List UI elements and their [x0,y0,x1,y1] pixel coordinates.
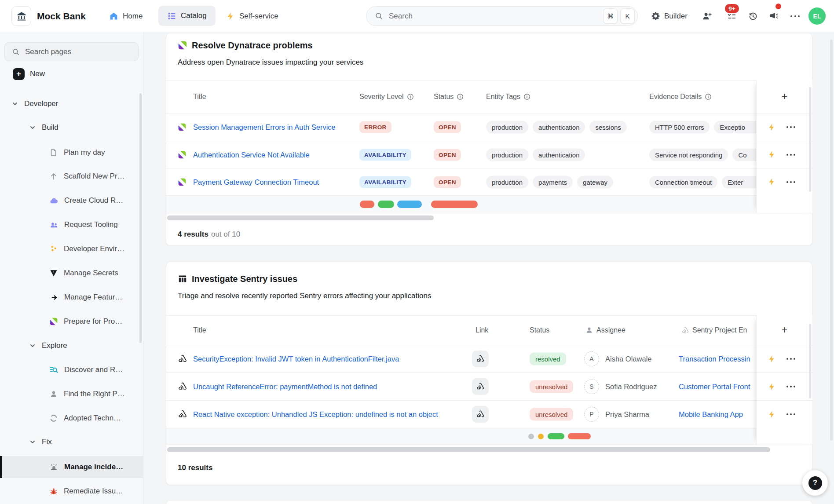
global-search-input[interactable] [389,12,603,21]
table-horizontal-scrollbar[interactable] [167,215,434,220]
column-header-title[interactable]: Title [193,315,206,345]
question-mark-icon: ? [808,476,822,490]
column-header-severity[interactable]: Severity Level [359,80,414,113]
sidebar-item-developer-env[interactable]: Developer Envir… [49,240,124,258]
sidebar-new-button[interactable]: + New [13,65,45,83]
table-vertical-scrollbar[interactable] [809,324,811,398]
invite-user-button[interactable] [702,0,712,32]
issue-title-link[interactable]: Uncaught ReferenceError: paymentMethod i… [193,383,377,391]
external-link-button[interactable] [472,406,489,423]
assignee-avatar: S [584,379,599,394]
widget-subtitle: Triage and resolve recently reported Sen… [178,292,431,300]
table-row[interactable]: Session Management Errors in Auth Servic… [166,113,756,141]
row-menu-button[interactable] [786,126,795,128]
sidebar-section-explore[interactable]: Explore [29,337,67,354]
run-action-bolt-icon[interactable] [768,123,776,131]
run-action-bolt-icon[interactable] [768,178,776,186]
info-icon[interactable] [523,93,530,100]
history-button[interactable] [748,0,758,32]
sidebar-item-scaffold[interactable]: Scaffold New Pr… [49,168,125,185]
page-scrollbar[interactable] [830,40,833,441]
row-menu-button[interactable] [786,181,795,183]
sidebar-item-create-cloud[interactable]: Create Cloud R… [49,192,123,209]
dynatrace-icon [49,317,58,326]
sidebar-item-find-right[interactable]: Find the Right P… [49,385,125,403]
project-link[interactable]: Transaction Processin [679,355,750,363]
external-link-button[interactable] [472,351,489,367]
table-horizontal-scrollbar[interactable] [167,447,770,452]
chevron-down-icon [29,438,36,446]
row-menu-button[interactable] [786,386,795,387]
problem-title-link[interactable]: Authentication Service Not Available [193,150,310,159]
table-row[interactable]: React Native exception: Unhandled JS Exc… [166,400,756,428]
sidebar-section-fix[interactable]: Fix [29,433,52,451]
sidebar-item-manage-secrets[interactable]: Manage Secrets [49,264,118,282]
run-action-bolt-icon[interactable] [768,150,776,159]
table-row[interactable]: SecurityException: Invalid JWT token in … [166,345,756,373]
bank-logo-button[interactable] [11,6,31,26]
nav-self-service[interactable]: Self-service [226,0,278,32]
column-header-evidence[interactable]: Evidence Details [649,80,712,113]
sidebar-section-build[interactable]: Build [29,119,59,136]
column-header-sentry-project[interactable]: Sentry Project En [681,315,756,345]
column-header-status[interactable]: Status [434,80,464,113]
column-header-title[interactable]: Title [193,80,206,113]
sidebar-section-developer[interactable]: Developer [11,95,59,113]
info-icon[interactable] [705,93,712,100]
row-actions [757,345,812,373]
sidebar-item-discover[interactable]: Discover and R… [49,361,123,379]
column-header-link[interactable]: Link [476,315,488,345]
run-action-bolt-icon[interactable] [768,355,776,363]
sidebar-item-prepare-production[interactable]: Prepare for Pro… [49,313,122,330]
row-actions [757,400,812,428]
global-search[interactable]: ⌘ K [366,6,638,26]
problem-title-link[interactable]: Payment Gateway Connection Timeout [193,178,319,186]
sidebar-scrollbar[interactable] [139,93,142,343]
problem-title-link[interactable]: Session Management Errors in Auth Servic… [193,123,336,131]
sentry-icon [178,382,187,391]
user-avatar[interactable]: EL [808,7,826,25]
builder-button[interactable]: Builder [651,0,688,32]
column-header-entity-tags[interactable]: Entity Tags [486,80,530,113]
sidebar-search-input[interactable] [25,47,138,56]
divider [166,213,812,213]
column-header-status[interactable]: Status [530,315,549,345]
table-row[interactable]: Uncaught ReferenceError: paymentMethod i… [166,373,756,400]
main-content: Resolve Dynatrace problems Address open … [143,32,834,504]
entity-tags: production authentication [486,148,585,161]
run-action-bolt-icon[interactable] [768,410,776,419]
table-vertical-scrollbar[interactable] [809,87,811,192]
issue-title-link[interactable]: React Native exception: Unhandled JS Exc… [193,410,438,419]
row-menu-button[interactable] [786,154,795,156]
row-menu-button[interactable] [786,413,795,415]
cycle-icon [49,414,58,423]
external-link-button[interactable] [472,378,489,395]
nav-catalog[interactable]: Catalog [158,6,216,26]
column-header-assignee[interactable]: Assignee [585,315,626,345]
announcement-dot [775,4,781,9]
add-column-button[interactable]: + [757,80,812,113]
sidebar-item-request-tooling[interactable]: Request Tooling [49,216,118,234]
run-action-bolt-icon[interactable] [768,383,776,391]
row-menu-button[interactable] [786,358,795,360]
table-row[interactable]: Payment Gateway Connection Timeout AVAIL… [166,168,756,195]
project-link[interactable]: Customer Portal Front [679,383,750,391]
history-icon [748,11,758,21]
help-button[interactable]: ? [802,470,828,496]
nav-home[interactable]: Home [109,0,143,32]
status-badge: unresolved [530,408,573,421]
widget-subtitle: Address open Dynatrace issues impacting … [178,58,363,67]
sidebar-item-manage-incidents[interactable]: Manage incide… [49,458,123,476]
sidebar-item-manage-features[interactable]: Manage Featur… [49,289,122,306]
info-icon[interactable] [457,93,464,100]
more-menu-button[interactable] [790,0,800,32]
sidebar-item-adopted-tech[interactable]: Adopted Techn… [49,409,121,427]
sidebar-search[interactable] [4,42,139,61]
add-column-button[interactable]: + [757,315,812,345]
info-icon[interactable] [407,93,414,100]
issue-title-link[interactable]: SecurityException: Invalid JWT token in … [193,355,399,363]
sidebar-item-plan-my-day[interactable]: Plan my day [49,144,105,161]
table-row[interactable]: Authentication Service Not Available AVA… [166,141,756,168]
sidebar-item-remediate-issues[interactable]: Remediate Issu… [49,482,123,500]
project-link[interactable]: Mobile Banking App [679,410,743,418]
